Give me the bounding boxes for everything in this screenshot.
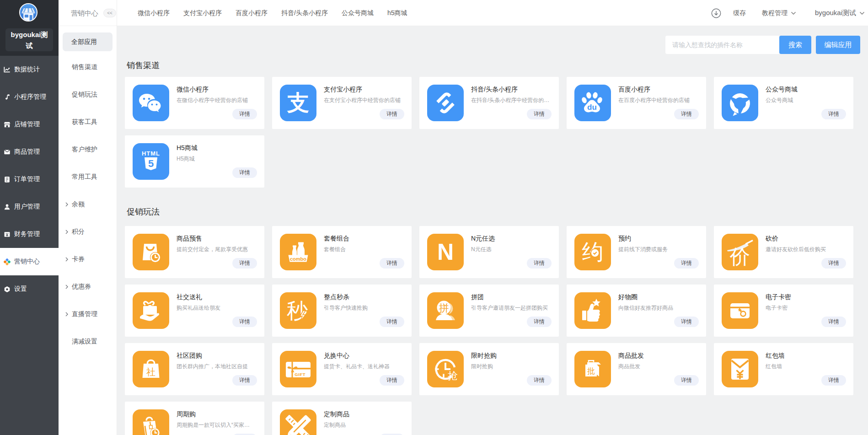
svg-text:du: du xyxy=(587,103,597,112)
svg-text:N: N xyxy=(437,239,454,265)
svg-text:社: 社 xyxy=(146,367,155,377)
svg-text:combo: combo xyxy=(290,256,306,262)
svg-text:价: 价 xyxy=(729,245,750,268)
svg-text:拼: 拼 xyxy=(439,302,449,314)
svg-text:5: 5 xyxy=(148,158,154,169)
svg-text:批: 批 xyxy=(587,367,595,376)
svg-text:抢: 抢 xyxy=(448,370,458,381)
svg-text:支: 支 xyxy=(287,91,309,115)
svg-text:HTML: HTML xyxy=(142,150,160,157)
svg-text:GIFT: GIFT xyxy=(295,372,305,377)
